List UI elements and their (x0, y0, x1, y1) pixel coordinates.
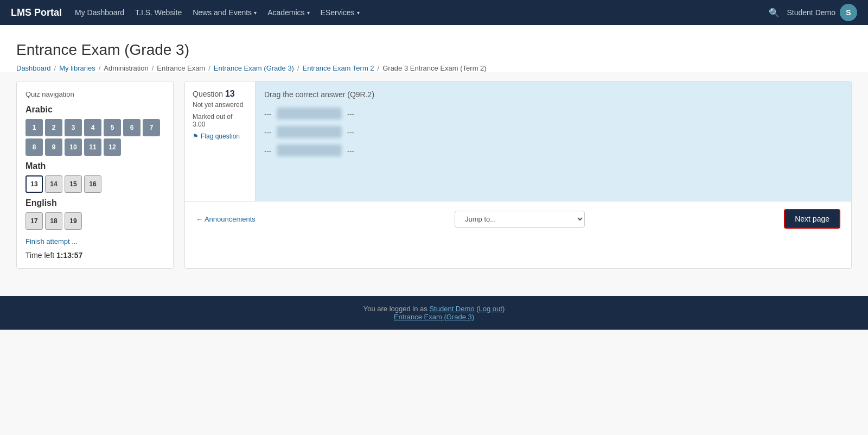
question-btn-2[interactable]: 2 (45, 119, 62, 136)
question-btn-9[interactable]: 9 (45, 138, 62, 156)
question-btn-13[interactable]: 13 (25, 175, 43, 193)
question-btn-17[interactable]: 17 (25, 212, 43, 230)
nav-link-eservices[interactable]: EServices ▾ (321, 8, 360, 17)
section-arabic: Arabic (25, 105, 164, 115)
quiz-bottom-bar: ← Announcements Jump to... Next page (185, 201, 851, 236)
question-btn-12[interactable]: 12 (104, 138, 121, 156)
footer: You are logged in as Student Demo (Log o… (0, 296, 868, 330)
answer-blurred-1[interactable] (277, 108, 342, 119)
question-btn-7[interactable]: 7 (143, 119, 160, 136)
answer-option-1: --- --- (264, 108, 843, 119)
answer-option-2: --- --- (264, 126, 843, 138)
answer-option-3: --- --- (264, 144, 843, 156)
chevron-down-icon: ▾ (254, 10, 257, 16)
time-left: Time left 1:13:57 (25, 251, 164, 260)
footer-logged-in: You are logged in as Student Demo (Log o… (9, 305, 859, 313)
nav-link-academics[interactable]: Academics ▾ (267, 8, 309, 17)
breadcrumb-grade3-term2: Grade 3 Entrance Exam (Term 2) (382, 64, 486, 72)
next-page-button[interactable]: Next page (784, 209, 840, 229)
question-btn-4[interactable]: 4 (84, 119, 101, 136)
question-btn-14[interactable]: 14 (45, 175, 62, 193)
question-btn-1[interactable]: 1 (25, 119, 43, 136)
question-btn-8[interactable]: 8 (25, 138, 43, 156)
math-question-grid: 13 14 15 16 (25, 175, 164, 193)
question-btn-3[interactable]: 3 (65, 119, 82, 136)
announcements-link[interactable]: ← Announcements (196, 215, 256, 223)
question-instruction: Drag the correct answer (Q9R.2) (264, 90, 843, 99)
english-question-grid: 17 18 19 (25, 212, 164, 230)
footer-exam-link-container: Entrance Exam (Grade 3) (9, 313, 859, 321)
nav-link-tis[interactable]: T.I.S. Website (135, 8, 182, 17)
avatar: S (840, 4, 857, 21)
chevron-down-icon: ▾ (357, 10, 360, 16)
question-btn-11[interactable]: 11 (84, 138, 101, 156)
not-answered-label: Not yet answered (193, 101, 247, 109)
section-english: English (25, 198, 164, 208)
breadcrumb-grade3[interactable]: Entrance Exam (Grade 3) (214, 64, 294, 72)
breadcrumb-entrance-exam: Entrance Exam (157, 64, 205, 72)
question-btn-15[interactable]: 15 (65, 175, 82, 193)
question-btn-18[interactable]: 18 (45, 212, 62, 230)
navbar-brand[interactable]: LMS Portal (11, 7, 62, 18)
footer-exam-link[interactable]: Entrance Exam (Grade 3) (394, 313, 474, 321)
quiz-nav-title: Quiz navigation (25, 90, 164, 98)
flag-icon: ⚑ (193, 133, 199, 140)
page-title: Entrance Exam (Grade 3) (16, 41, 852, 59)
navbar-links: My Dashboard T.I.S. Website News and Eve… (75, 8, 755, 17)
marked-out-label: Marked out of 3.00 (193, 113, 247, 128)
nav-link-dashboard[interactable]: My Dashboard (75, 8, 124, 17)
chevron-down-icon: ▾ (307, 10, 310, 16)
question-btn-16[interactable]: 16 (84, 175, 101, 193)
question-btn-19[interactable]: 19 (65, 212, 82, 230)
quiz-nav-panel: Quiz navigation Arabic 1 2 3 4 5 6 7 8 9… (16, 81, 174, 269)
question-number: Question 13 (193, 89, 247, 99)
nav-link-news[interactable]: News and Events ▾ (193, 8, 257, 17)
answer-blurred-3[interactable] (277, 144, 342, 156)
navbar: LMS Portal My Dashboard T.I.S. Website N… (0, 0, 868, 25)
footer-user-link[interactable]: Student Demo (429, 305, 474, 313)
breadcrumb-dashboard[interactable]: Dashboard (16, 64, 51, 72)
user-info: Student Demo S (787, 4, 858, 21)
question-info-box: Question 13 Not yet answered Marked out … (185, 81, 256, 201)
question-body: Drag the correct answer (Q9R.2) --- --- … (256, 81, 851, 201)
footer-logout-link[interactable]: Log out (479, 305, 502, 313)
page-header: Entrance Exam (Grade 3) Dashboard / My l… (0, 25, 868, 72)
answer-blurred-2[interactable] (277, 126, 342, 138)
question-btn-5[interactable]: 5 (104, 119, 121, 136)
user-name: Student Demo (787, 8, 836, 17)
arabic-question-grid: 1 2 3 4 5 6 7 8 9 10 11 12 (25, 119, 164, 156)
flag-question-button[interactable]: ⚑ Flag question (193, 133, 247, 140)
navbar-right: 🔍 Student Demo S (769, 4, 858, 21)
finish-attempt-link[interactable]: Finish attempt ... (25, 237, 164, 245)
jump-to-select[interactable]: Jump to... (455, 211, 585, 228)
breadcrumb-administration: Administration (104, 64, 148, 72)
question-btn-6[interactable]: 6 (123, 119, 141, 136)
question-header: Question 13 Not yet answered Marked out … (185, 81, 851, 201)
search-icon[interactable]: 🔍 (769, 8, 780, 18)
main-layout: Quiz navigation Arabic 1 2 3 4 5 6 7 8 9… (0, 81, 868, 285)
question-btn-10[interactable]: 10 (65, 138, 82, 156)
breadcrumb-libraries[interactable]: My libraries (59, 64, 95, 72)
section-math: Math (25, 161, 164, 171)
breadcrumb: Dashboard / My libraries / Administratio… (16, 64, 852, 72)
breadcrumb-term2[interactable]: Entrance Exam Term 2 (303, 64, 374, 72)
quiz-content-panel: Question 13 Not yet answered Marked out … (184, 81, 852, 269)
